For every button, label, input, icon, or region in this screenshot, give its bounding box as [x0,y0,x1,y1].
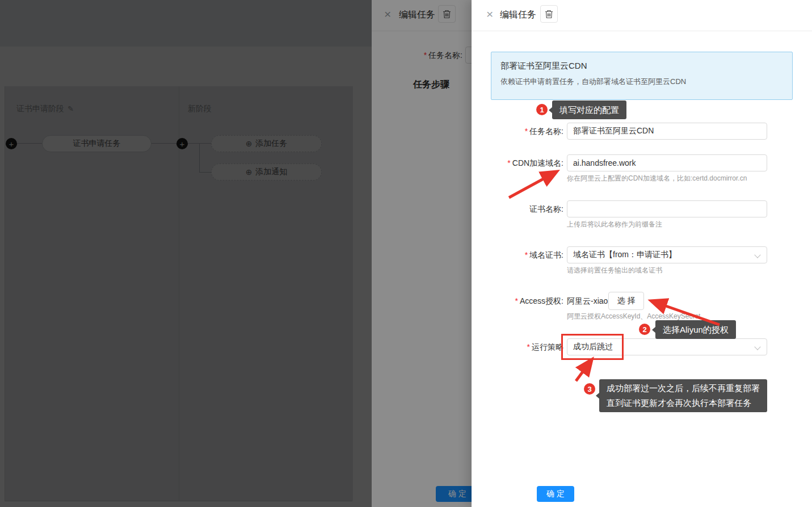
arrow-to-cdn-domain [509,177,548,198]
annotation-highlight-box [561,334,624,360]
drawer2-title: 编辑任务 [500,9,536,21]
required-mark: * [507,158,510,167]
access-value: 阿里云-xiao [567,292,608,309]
drawer2-header: × 编辑任务 [472,0,812,31]
cdn-domain-label: *CDN加速域名: [472,154,563,171]
access-helper: 阿里云授权AccessKeyId、AccessKeySecret [567,312,700,320]
plugin-info-box: 部署证书至阿里云CDN 依赖证书申请前置任务，自动部署域名证书至阿里云CDN [491,52,793,100]
confirm-button[interactable]: 确 定 [537,486,574,502]
chevron-down-icon [754,252,760,258]
domain-cert-label: *域名证书: [472,246,563,263]
arrow-to-run-strategy [576,368,586,381]
run-strategy-label: *运行策略 [472,338,563,355]
task-name-label: *任务名称: [472,123,563,140]
annotation-step3-badge: 3 [584,383,595,395]
required-mark: * [527,342,530,351]
required-mark: * [525,127,528,136]
access-select-button[interactable]: 选 择 [608,292,644,310]
cert-name-input[interactable] [567,200,767,217]
annotation-step2-badge: 2 [639,324,650,335]
task-name-input[interactable] [567,123,767,140]
domain-cert-select[interactable]: 域名证书【from：申请证书】 [567,246,767,263]
chevron-down-icon [754,343,760,350]
access-label-text: Access授权: [520,296,563,305]
domain-cert-helper: 请选择前置任务输出的域名证书 [567,266,662,274]
close-icon[interactable]: × [486,8,493,20]
annotation-step1-badge: 1 [536,104,548,115]
cert-name-label: 证书名称: [472,200,563,217]
delete-task-button[interactable] [540,5,558,23]
cert-name-helper: 上传后将以此名称作为前缀备注 [567,220,662,228]
required-mark: * [525,250,528,259]
domain-cert-value: 域名证书【from：申请证书】 [573,250,676,260]
access-label: *Access授权: [472,292,563,309]
cert-name-label-text: 证书名称: [529,204,563,213]
annotation-step2-tooltip: 选择Aliyun的授权 [655,320,736,339]
domain-cert-label-text: 域名证书: [529,250,563,259]
plugin-description: 依赖证书申请前置任务，自动部署域名证书至阿里云CDN [500,77,783,87]
annotation-step3-line2: 直到证书更新才会再次执行本部署任务 [607,396,760,410]
plugin-title: 部署证书至阿里云CDN [500,61,783,72]
annotation-step3-tooltip: 成功部署过一次之后，后续不再重复部署 直到证书更新才会再次执行本部署任务 [599,379,767,412]
trash-icon [545,10,553,19]
run-strategy-label-text: 运行策略 [532,342,563,351]
edit-task-drawer-front: × 编辑任务 部署证书至阿里云CDN 依赖证书申请前置任务，自动部署域名证书至阿… [472,0,812,507]
cdn-domain-label-text: CDN加速域名: [512,158,563,167]
cdn-domain-input[interactable] [567,154,767,171]
annotation-step1-tooltip: 填写对应的配置 [552,100,626,119]
annotation-step3-line1: 成功部署过一次之后，后续不再重复部署 [607,381,760,396]
cdn-domain-helper: 你在阿里云上配置的CDN加速域名，比如:certd.docmirror.cn [567,174,747,182]
required-mark: * [515,296,518,305]
task-name-label-text: 任务名称: [529,127,563,136]
drawer-mask[interactable] [0,0,472,507]
